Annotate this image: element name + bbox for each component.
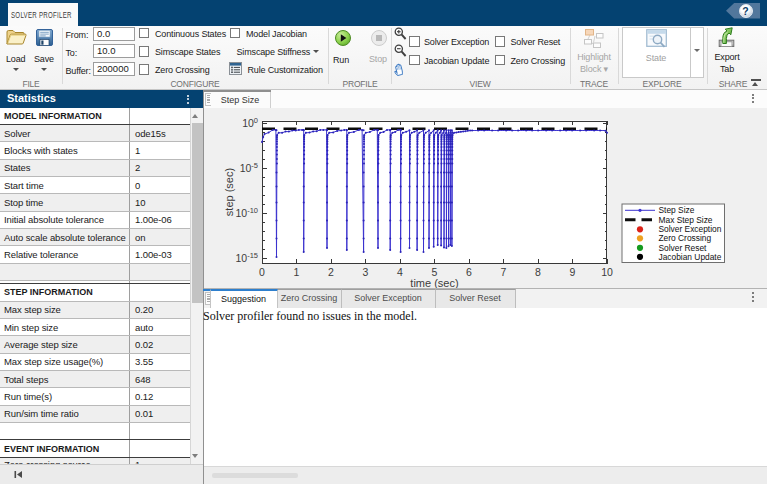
svg-text:10-5: 10-5 <box>240 161 258 174</box>
svg-text:Zero Crossing: Zero Crossing <box>659 233 712 243</box>
svg-text:10-10: 10-10 <box>235 206 258 219</box>
svg-text:time (sec): time (sec) <box>410 277 458 289</box>
svg-text:4: 4 <box>397 266 403 278</box>
svg-text:8: 8 <box>535 266 541 278</box>
svg-text:Max Step Size: Max Step Size <box>659 214 713 224</box>
svg-text:Step Size: Step Size <box>659 205 695 215</box>
svg-text:9: 9 <box>570 266 576 278</box>
svg-text:10: 10 <box>601 266 613 278</box>
svg-text:100: 100 <box>242 116 258 129</box>
svg-text:10-15: 10-15 <box>235 251 258 264</box>
svg-text:7: 7 <box>501 266 507 278</box>
svg-text:1: 1 <box>294 266 300 278</box>
svg-text:step (sec): step (sec) <box>223 167 235 215</box>
svg-text:3: 3 <box>363 266 369 278</box>
svg-text:Jacobian Update: Jacobian Update <box>659 251 722 261</box>
svg-text:0: 0 <box>259 266 265 278</box>
svg-text:6: 6 <box>466 266 472 278</box>
svg-text:2: 2 <box>328 266 334 278</box>
